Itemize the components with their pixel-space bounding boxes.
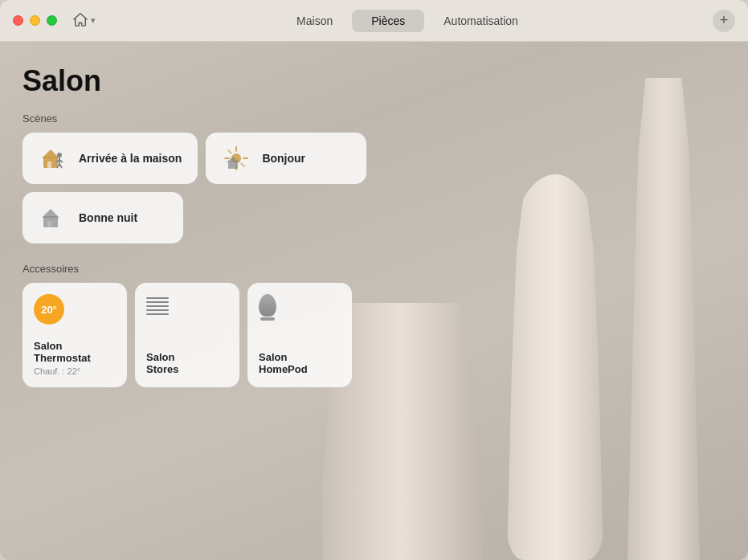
scenes-row-2: Bonne nuit — [22, 192, 722, 243]
scene-arrivee-icon — [39, 144, 67, 173]
stores-info: Salon Stores — [146, 351, 228, 376]
room-content: Salon Scènes — [0, 42, 748, 560]
scenes-row-1: Arrivée à la maison — [22, 133, 722, 184]
scenes-grid: Arrivée à la maison — [22, 133, 722, 243]
room-title: Salon — [22, 64, 722, 98]
svg-marker-1 — [42, 149, 59, 158]
accessory-stores[interactable]: Salon Stores — [135, 283, 239, 387]
temp-badge: 20° — [34, 294, 64, 325]
tab-pieces[interactable]: Pièces — [352, 10, 424, 32]
home-button[interactable]: ▾ — [67, 9, 102, 33]
scenes-label: Scènes — [22, 112, 722, 125]
stores-icon-area — [146, 294, 228, 315]
titlebar: ▾ Maison Pièces Automatisation + — [0, 0, 748, 42]
home-icon — [73, 12, 88, 30]
chevron-down-icon: ▾ — [91, 15, 96, 26]
traffic-lights — [13, 15, 57, 26]
svg-rect-16 — [228, 161, 238, 169]
scene-arrivee-name: Arrivée à la maison — [79, 152, 182, 166]
thermostat-status: Chauf. : 22° — [34, 366, 116, 376]
scene-bonne-nuit-name: Bonne nuit — [79, 211, 137, 225]
svg-point-3 — [57, 153, 62, 157]
tab-maison[interactable]: Maison — [277, 10, 352, 32]
accessory-thermostat[interactable]: 20° Salon Thermostat Chauf. : 22° — [22, 283, 127, 387]
scene-arrivee[interactable]: Arrivée à la maison — [22, 133, 198, 184]
accessories-grid: 20° Salon Thermostat Chauf. : 22° — [22, 283, 722, 387]
stores-name: Salon Stores — [146, 351, 228, 376]
svg-marker-19 — [42, 209, 59, 218]
tab-bar: Maison Pièces Automatisation — [102, 10, 713, 32]
scene-bonjour-name: Bonjour — [262, 152, 305, 166]
blind-icon — [146, 294, 169, 315]
homepod-name: Salon HomePod — [259, 351, 341, 376]
scene-bonne-nuit[interactable]: Bonne nuit — [22, 192, 183, 243]
scene-bonne-nuit-icon — [39, 203, 67, 232]
scene-bonjour[interactable]: Bonjour — [206, 133, 366, 184]
main-window: ▾ Maison Pièces Automatisation + Salon S… — [0, 0, 748, 560]
svg-rect-2 — [47, 161, 51, 168]
thermostat-name: Salon Thermostat — [34, 340, 116, 365]
thermostat-icon-area: 20° — [34, 294, 116, 325]
homepod-info: Salon HomePod — [259, 351, 341, 376]
svg-line-8 — [59, 164, 62, 168]
tab-automatisation[interactable]: Automatisation — [424, 10, 537, 32]
close-button[interactable] — [13, 15, 23, 26]
scene-bonjour-icon — [222, 144, 251, 173]
svg-line-14 — [228, 150, 231, 153]
accessories-label: Accessoires — [22, 263, 722, 275]
thermostat-info: Salon Thermostat Chauf. : 22° — [34, 340, 116, 376]
homepod-icon-area — [259, 294, 341, 321]
maximize-button[interactable] — [47, 15, 57, 26]
add-button[interactable]: + — [713, 10, 735, 32]
accessory-homepod[interactable]: Salon HomePod — [247, 283, 352, 387]
svg-rect-20 — [47, 221, 51, 227]
homepod-icon — [259, 294, 276, 321]
svg-line-15 — [242, 164, 245, 167]
minimize-button[interactable] — [30, 15, 40, 26]
